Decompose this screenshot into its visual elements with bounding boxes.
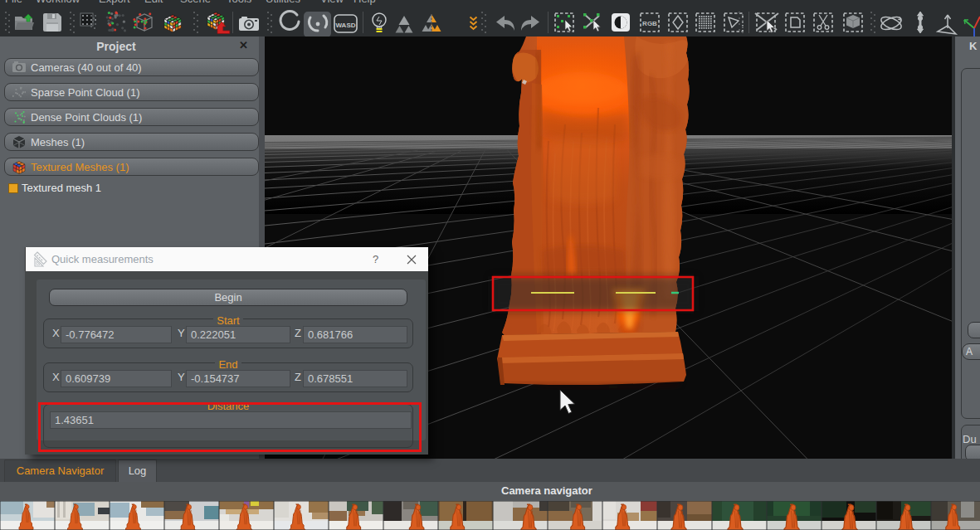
svg-text:RGB: RGB bbox=[642, 20, 657, 27]
svg-text:WASD: WASD bbox=[336, 22, 356, 29]
